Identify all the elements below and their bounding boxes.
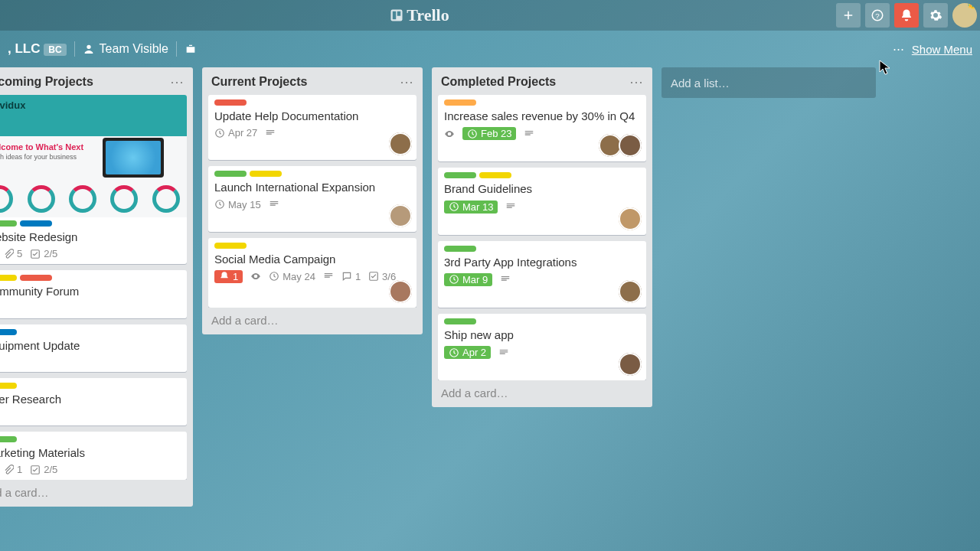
attach-badge: 5 — [3, 248, 22, 259]
header-actions: ? 👑 — [836, 3, 977, 28]
card-labels — [0, 220, 181, 227]
label-green — [444, 246, 476, 252]
visibility-button[interactable]: Team Visible — [83, 42, 168, 56]
card-title: Launch International Expansion — [214, 180, 410, 195]
member-avatar[interactable] — [619, 353, 642, 376]
card-title: User Research — [0, 392, 181, 407]
card-labels — [0, 329, 181, 335]
card-members — [622, 207, 642, 230]
add-card-button[interactable]: Add a card… — [438, 380, 646, 401]
card[interactable]: User Research — [0, 378, 187, 425]
card[interactable]: Brand GuidelinesMar 13 — [438, 168, 646, 234]
svg-text:?: ? — [875, 11, 880, 20]
brand-text: Trello — [407, 5, 449, 25]
eye-badge — [250, 271, 261, 282]
desc-badge — [323, 271, 334, 282]
due-badge: Apr 2 — [444, 346, 491, 359]
label-yellow — [479, 172, 511, 178]
check-badge: 2/5 — [30, 464, 57, 475]
card[interactable]: Travidux Welcome to What's NextFresh ide… — [0, 95, 187, 264]
card[interactable]: Equipment Update — [0, 324, 187, 372]
label-green — [0, 436, 17, 442]
desc-badge — [269, 199, 279, 210]
list-menu-icon[interactable]: ⋯ — [170, 78, 184, 86]
desc-badge — [505, 201, 516, 212]
label-green — [444, 172, 476, 178]
card-labels — [0, 275, 181, 281]
team-name[interactable]: , LLC BC — [8, 41, 67, 57]
list: Upcoming Projects⋯ Travidux Welcome to W… — [0, 67, 193, 507]
card-badges — [0, 410, 181, 421]
card-title: 3rd Party App Integrations — [444, 255, 640, 270]
list-menu-icon[interactable]: ⋯ — [629, 78, 643, 86]
list: Completed Projects⋯Increase sales revenu… — [432, 67, 652, 407]
card-title: Update Help Documentation — [214, 109, 410, 124]
card[interactable]: Marketing Materials12/5 — [0, 432, 187, 480]
label-green — [444, 318, 476, 324]
label-green — [0, 220, 17, 227]
briefcase-icon[interactable] — [185, 43, 197, 55]
show-menu-link[interactable]: Show Menu — [912, 43, 972, 56]
card-badges: Mar 13 — [444, 201, 640, 214]
clock-badge: Apr 27 — [214, 127, 257, 139]
card[interactable]: Update Help DocumentationApr 27 — [208, 95, 416, 160]
separator — [74, 41, 75, 57]
card-badges: May 15 — [214, 199, 410, 210]
svg-rect-2 — [397, 11, 401, 16]
menu-dots-icon[interactable]: ⋯ — [893, 42, 904, 56]
member-avatar[interactable] — [619, 207, 642, 230]
due-badge: Mar 13 — [444, 201, 498, 214]
member-avatar[interactable] — [619, 280, 642, 303]
card-labels — [214, 243, 410, 249]
card-members — [602, 134, 642, 157]
card[interactable]: Social Media Campaign1May 2413/6 — [208, 238, 416, 308]
settings-button[interactable] — [923, 3, 948, 28]
label-yellow — [0, 383, 17, 389]
card[interactable]: Launch International ExpansionMay 15 — [208, 166, 416, 231]
card-badges — [0, 303, 181, 314]
user-avatar[interactable]: 👑 — [952, 3, 977, 28]
card[interactable]: Increase sales revenue by 30% in Q4Feb 2… — [438, 95, 646, 161]
card-title: Website Redesign — [0, 230, 181, 245]
card-members — [392, 280, 412, 303]
list-title[interactable]: Current Projects — [211, 75, 307, 89]
add-list-button[interactable]: Add a list… — [662, 67, 876, 98]
add-card-button[interactable]: Add a card… — [208, 308, 416, 328]
list-menu-icon[interactable]: ⋯ — [400, 78, 413, 86]
brand-logo[interactable]: Trello — [390, 5, 449, 25]
member-avatar[interactable] — [389, 280, 412, 303]
card-labels — [444, 99, 640, 106]
create-button[interactable] — [836, 3, 861, 28]
card-title: Marketing Materials — [0, 445, 181, 461]
visibility-label: Team Visible — [100, 42, 168, 56]
label-blue — [20, 220, 52, 227]
member-avatar[interactable] — [389, 132, 412, 155]
list-title[interactable]: Upcoming Projects — [0, 75, 93, 89]
label-blue — [0, 329, 17, 335]
card-badges: Apr 2 — [444, 346, 640, 359]
add-card-button[interactable]: Add a card… — [0, 480, 187, 500]
notifications-button[interactable] — [894, 3, 919, 28]
card[interactable]: 3rd Party App IntegrationsMar 9 — [438, 241, 646, 308]
help-button[interactable]: ? — [865, 3, 890, 28]
card-labels — [444, 172, 640, 178]
card-badges — [0, 357, 181, 367]
label-orange — [444, 99, 476, 106]
card[interactable]: Ship new appApr 2 — [438, 314, 646, 380]
card-labels — [444, 246, 640, 252]
card-title: Increase sales revenue by 30% in Q4 — [444, 109, 640, 124]
card-title: Equipment Update — [0, 338, 181, 354]
list: Current Projects⋯Update Help Documentati… — [202, 67, 423, 334]
label-red — [214, 99, 247, 106]
member-avatar[interactable] — [619, 134, 642, 157]
board-canvas: Upcoming Projects⋯ Travidux Welcome to W… — [0, 67, 980, 551]
due-badge: Feb 23 — [462, 127, 516, 140]
card[interactable]: Community Forum — [0, 270, 187, 318]
people-icon — [83, 43, 95, 55]
clock-badge: May 24 — [269, 271, 315, 282]
list-title[interactable]: Completed Projects — [441, 75, 556, 89]
due-badge: Mar 9 — [444, 273, 492, 286]
member-avatar[interactable] — [389, 204, 412, 227]
card-title: Social Media Campaign — [214, 252, 410, 267]
label-red — [20, 275, 52, 281]
